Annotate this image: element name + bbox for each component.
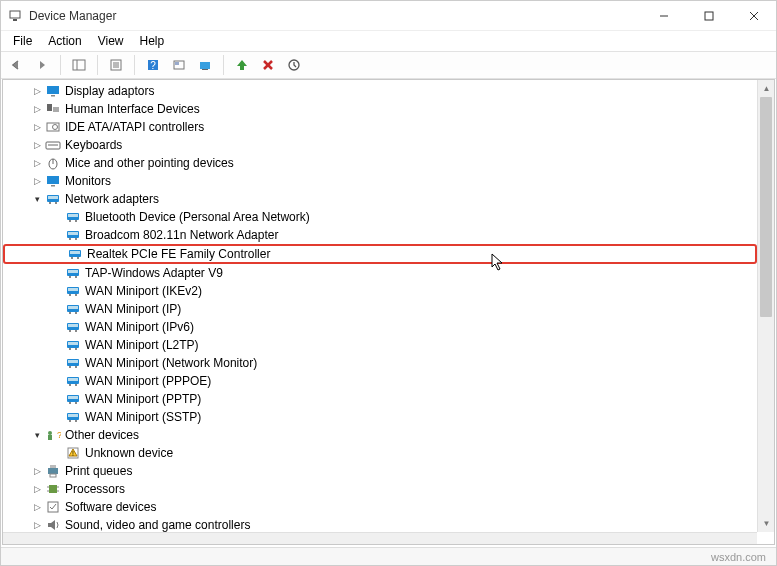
expand-icon[interactable]: ▷ [31,140,43,150]
tree-item[interactable]: Bluetooth Device (Personal Area Network) [3,208,757,226]
collapse-icon[interactable]: ▾ [31,430,43,440]
svg-rect-52 [75,276,77,278]
svg-rect-62 [68,324,78,327]
update-driver-button[interactable] [194,54,216,76]
tree-item[interactable]: WAN Miniport (IPv6) [3,318,757,336]
enable-device-button[interactable] [231,54,253,76]
properties-button[interactable] [105,54,127,76]
scan-hardware-button[interactable] [283,54,305,76]
toolbar-icon[interactable] [168,54,190,76]
svg-rect-16 [200,62,210,69]
maximize-button[interactable] [686,1,731,31]
tree-item[interactable]: ▷Display adaptors [3,82,757,100]
expand-icon[interactable]: ▷ [31,466,43,476]
close-button[interactable] [731,1,776,31]
svg-rect-84 [75,420,77,422]
horizontal-scrollbar[interactable] [3,532,757,544]
net-icon [65,373,81,389]
tree-item[interactable]: ▷Human Interface Devices [3,100,757,118]
expand-icon[interactable]: ▷ [31,484,43,494]
svg-rect-67 [69,348,71,350]
tree-item[interactable]: WAN Miniport (L2TP) [3,336,757,354]
vertical-scrollbar[interactable]: ▲ ▼ [757,80,774,532]
svg-rect-82 [68,414,78,417]
expand-icon[interactable]: ▷ [31,104,43,114]
menu-action[interactable]: Action [40,32,89,50]
toolbar: ? [1,51,776,79]
svg-rect-71 [69,366,71,368]
svg-text:?: ? [57,430,61,440]
expand-icon[interactable]: ▷ [31,86,43,96]
tree-item-label: WAN Miniport (SSTP) [85,410,201,424]
tree-container: ▷Display adaptors▷Human Interface Device… [2,79,775,545]
expand-icon[interactable]: ▷ [31,122,43,132]
svg-rect-91 [50,465,56,468]
tree-item[interactable]: WAN Miniport (SSTP) [3,408,757,426]
statusbar: wsxdn.com [1,547,776,565]
net-icon [45,191,61,207]
svg-rect-64 [75,330,77,332]
svg-rect-39 [69,220,71,222]
menu-file[interactable]: File [5,32,40,50]
svg-text:!: ! [72,450,74,457]
tree-item[interactable]: WAN Miniport (IKEv2) [3,282,757,300]
svg-rect-51 [69,276,71,278]
expand-icon[interactable]: ▷ [31,158,43,168]
tree-item[interactable]: Realtek PCIe FE Family Controller [3,244,757,264]
tree-item[interactable]: ▷Print queues [3,462,757,480]
svg-rect-21 [47,86,59,94]
toolbar-separator [134,55,135,75]
svg-rect-72 [75,366,77,368]
tree-item[interactable]: Broadcom 802.11n Network Adapter [3,226,757,244]
device-tree[interactable]: ▷Display adaptors▷Human Interface Device… [3,80,757,532]
scroll-up-icon[interactable]: ▲ [758,80,775,97]
svg-rect-58 [68,306,78,309]
toolbar-separator [97,55,98,75]
tree-item[interactable]: ▷Software devices [3,498,757,516]
menu-view[interactable]: View [90,32,132,50]
svg-rect-70 [68,360,78,363]
svg-rect-86 [48,435,52,440]
tree-item[interactable]: WAN Miniport (IP) [3,300,757,318]
tree-item[interactable]: ▷Processors [3,480,757,498]
net-icon [65,409,81,425]
monitor-icon [45,83,61,99]
tree-item[interactable]: ▷Sound, video and game controllers [3,516,757,532]
tree-item[interactable]: WAN Miniport (Network Monitor) [3,354,757,372]
show-hide-tree-button[interactable] [68,54,90,76]
svg-rect-90 [48,468,58,474]
toolbar-separator [60,55,61,75]
scroll-down-icon[interactable]: ▼ [758,515,775,532]
toolbar-separator [223,55,224,75]
tree-item[interactable]: WAN Miniport (PPTP) [3,390,757,408]
menu-help[interactable]: Help [132,32,173,50]
back-button[interactable] [5,54,27,76]
expand-icon[interactable]: ▷ [31,520,43,530]
tree-item[interactable]: WAN Miniport (PPPOE) [3,372,757,390]
tree-item-label: TAP-Windows Adapter V9 [85,266,223,280]
tree-item[interactable]: ▾?Other devices [3,426,757,444]
tree-item[interactable]: ▾Network adapters [3,190,757,208]
collapse-icon[interactable]: ▾ [31,194,43,204]
tree-item[interactable]: ▷Keyboards [3,136,757,154]
svg-rect-66 [68,342,78,345]
tree-item-label: Print queues [65,464,132,478]
svg-rect-43 [69,238,71,240]
tree-item[interactable]: ▷Mice and other pointing devices [3,154,757,172]
tree-item-label: WAN Miniport (IKEv2) [85,284,202,298]
help-button[interactable]: ? [142,54,164,76]
window-controls [641,1,776,31]
tree-item[interactable]: ▷IDE ATA/ATAPI controllers [3,118,757,136]
uninstall-device-button[interactable] [257,54,279,76]
svg-rect-31 [47,176,59,184]
expand-icon[interactable]: ▷ [31,502,43,512]
minimize-button[interactable] [641,1,686,31]
forward-button[interactable] [31,54,53,76]
cpu-icon [45,481,61,497]
svg-rect-40 [75,220,77,222]
tree-item[interactable]: ▷Monitors [3,172,757,190]
tree-item[interactable]: !Unknown device [3,444,757,462]
scrollbar-thumb[interactable] [760,97,772,317]
tree-item[interactable]: TAP-Windows Adapter V9 [3,264,757,282]
expand-icon[interactable]: ▷ [31,176,43,186]
